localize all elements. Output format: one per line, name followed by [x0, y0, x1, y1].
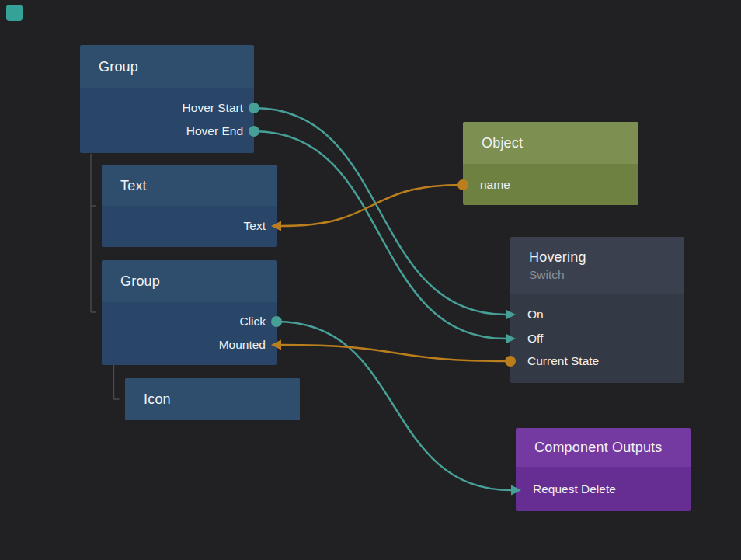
node-text-1-header[interactable]: Text	[102, 165, 277, 206]
selection-indicator	[6, 5, 23, 21]
port-click[interactable]: Click	[102, 310, 277, 333]
port-hover-end[interactable]: Hover End	[80, 120, 254, 143]
port-mounted[interactable]: Mounted	[102, 333, 277, 357]
node-group-1-header[interactable]: Group	[80, 45, 254, 88]
node-icon-1-header[interactable]: Icon	[125, 378, 300, 420]
node-text-1[interactable]: TextText	[102, 165, 277, 247]
node-title: Icon	[144, 391, 300, 408]
wire-name-to-text[interactable]	[281, 185, 463, 226]
wire-current-state-to-mounted[interactable]	[281, 345, 510, 361]
node-hovering-1[interactable]: HoveringSwitchOnOffCurrent State	[510, 237, 684, 383]
port-on[interactable]: On	[510, 303, 684, 326]
port-hover-start[interactable]: Hover Start	[80, 96, 254, 120]
port-request-delete[interactable]: Request Delete	[516, 478, 691, 501]
node-object-1[interactable]: Objectname	[463, 122, 638, 205]
node-graph-canvas[interactable]: GroupHover StartHover EndTextTextGroupCl…	[0, 0, 741, 560]
node-outputs-1[interactable]: Component OutputsRequest Delete	[516, 428, 691, 511]
tree-connector	[114, 365, 120, 399]
node-subtitle: Switch	[529, 267, 684, 283]
port-current-state[interactable]: Current State	[510, 350, 684, 373]
port-name[interactable]: name	[463, 173, 638, 197]
node-object-1-header[interactable]: Object	[463, 122, 638, 164]
node-title: Component Outputs	[534, 439, 691, 456]
node-title: Text	[120, 177, 277, 194]
node-group-2-header[interactable]: Group	[102, 260, 277, 302]
node-outputs-1-header[interactable]: Component Outputs	[516, 428, 691, 467]
node-group-1[interactable]: GroupHover StartHover End	[80, 45, 254, 153]
port-off[interactable]: Off	[510, 327, 684, 350]
node-icon-1[interactable]: Icon	[125, 378, 300, 420]
node-title: Object	[482, 134, 638, 151]
node-group-2[interactable]: GroupClickMounted	[102, 260, 277, 365]
node-title: Group	[99, 58, 254, 75]
node-title: Hovering	[529, 249, 684, 266]
node-title: Group	[120, 273, 277, 290]
node-hovering-1-header[interactable]: HoveringSwitch	[510, 237, 684, 294]
port-text[interactable]: Text	[102, 214, 277, 238]
wire-click-to-request-delete[interactable]	[277, 322, 511, 490]
tree-connector	[91, 154, 96, 312]
